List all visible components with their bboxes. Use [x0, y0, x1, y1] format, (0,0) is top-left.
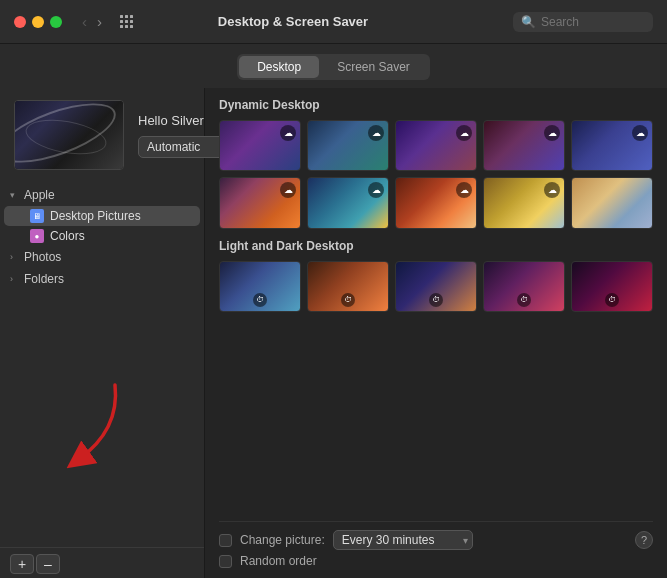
chevron-right-icon: › [10, 252, 20, 262]
cloud-icon-8: ☁ [456, 182, 472, 198]
main-area: Hello Silver Automatic Every day Every 3… [0, 88, 667, 578]
tabs-row: Desktop Screen Saver [0, 44, 667, 88]
sidebar-item-desktop-pictures[interactable]: 🖥 Desktop Pictures [4, 206, 200, 226]
tab-group: Desktop Screen Saver [237, 54, 430, 80]
cloud-icon-5: ☁ [632, 125, 648, 141]
wallpaper-ld-thumb-4[interactable]: ⏱ [483, 261, 565, 312]
change-picture-row: Change picture: Every 30 minutes Every d… [219, 530, 653, 550]
sidebar-section-folders-label: Folders [24, 272, 64, 286]
change-picture-select[interactable]: Every 30 minutes Every day Every week Wh… [333, 530, 473, 550]
search-box[interactable]: 🔍 [513, 12, 653, 32]
sidebar-bottom: + – [0, 547, 204, 578]
change-picture-label: Change picture: [240, 533, 325, 547]
sidebar-item-colors-label: Colors [50, 229, 85, 243]
wallpaper-thumb-10[interactable] [571, 177, 653, 228]
close-button[interactable] [14, 16, 26, 28]
content-area: Dynamic Desktop ☁ ☁ ☁ ☁ ☁ ☁ [205, 88, 667, 578]
change-picture-checkbox[interactable] [219, 534, 232, 547]
remove-button[interactable]: – [36, 554, 60, 574]
tab-desktop[interactable]: Desktop [239, 56, 319, 78]
traffic-lights [14, 16, 62, 28]
wallpaper-thumb-4[interactable]: ☁ [483, 120, 565, 171]
sidebar-item-desktop-pictures-label: Desktop Pictures [50, 209, 141, 223]
cloud-icon-7: ☁ [368, 182, 384, 198]
search-input[interactable] [541, 15, 645, 29]
random-order-label: Random order [240, 554, 317, 568]
change-picture-select-wrapper: Every 30 minutes Every day Every week Wh… [333, 530, 473, 550]
sidebar-section-folders[interactable]: › Folders [0, 268, 204, 290]
wallpaper-ld-thumb-2[interactable]: ⏱ [307, 261, 389, 312]
wallpaper-ld-thumb-5[interactable]: ⏱ [571, 261, 653, 312]
sidebar-item-colors[interactable]: ● Colors [4, 226, 200, 246]
sidebar-section-photos[interactable]: › Photos [0, 246, 204, 268]
title-bar: ‹ › Desktop & Screen Saver 🔍 [0, 0, 667, 44]
random-order-checkbox[interactable] [219, 555, 232, 568]
maximize-button[interactable] [50, 16, 62, 28]
cloud-icon-6: ☁ [280, 182, 296, 198]
clock-icon-2: ⏱ [341, 293, 355, 307]
light-dark-title: Light and Dark Desktop [219, 239, 653, 253]
cloud-icon-3: ☁ [456, 125, 472, 141]
random-order-row: Random order [219, 554, 653, 568]
clock-icon-1: ⏱ [253, 293, 267, 307]
minimize-button[interactable] [32, 16, 44, 28]
chevron-down-icon: ▾ [10, 190, 20, 200]
wallpaper-thumb-7[interactable]: ☁ [307, 177, 389, 228]
clock-icon-4: ⏱ [517, 293, 531, 307]
wallpaper-ld-thumb-3[interactable]: ⏱ [395, 261, 477, 312]
sidebar-section-photos-label: Photos [24, 250, 61, 264]
wallpaper-thumb-2[interactable]: ☁ [307, 120, 389, 171]
tab-screensaver[interactable]: Screen Saver [319, 56, 428, 78]
sidebar: Hello Silver Automatic Every day Every 3… [0, 88, 205, 578]
sidebar-section-apple[interactable]: ▾ Apple [0, 184, 204, 206]
search-icon: 🔍 [521, 15, 536, 29]
clock-icon-3: ⏱ [429, 293, 443, 307]
wallpaper-thumb-8[interactable]: ☁ [395, 177, 477, 228]
content-footer: Change picture: Every 30 minutes Every d… [219, 521, 653, 578]
help-button[interactable]: ? [635, 531, 653, 549]
wallpaper-thumb-1[interactable]: ☁ [219, 120, 301, 171]
preview-area: Hello Silver Automatic Every day Every 3… [0, 88, 204, 180]
wallpaper-thumb-5[interactable]: ☁ [571, 120, 653, 171]
preview-thumbnail [14, 100, 124, 170]
cloud-icon-1: ☁ [280, 125, 296, 141]
light-dark-grid: ⏱ ⏱ ⏱ ⏱ ⏱ [219, 261, 653, 312]
clock-icon-5: ⏱ [605, 293, 619, 307]
wallpaper-thumb-6[interactable]: ☁ [219, 177, 301, 228]
cloud-icon-4: ☁ [544, 125, 560, 141]
cloud-icon-9: ☁ [544, 182, 560, 198]
source-list: ▾ Apple 🖥 Desktop Pictures ● Colors [0, 180, 204, 547]
desktop-pictures-icon: 🖥 [30, 209, 44, 223]
preview-thumbnail-image [15, 101, 123, 169]
dynamic-desktop-title: Dynamic Desktop [219, 98, 653, 112]
add-button[interactable]: + [10, 554, 34, 574]
colors-icon: ● [30, 229, 44, 243]
cloud-icon-2: ☁ [368, 125, 384, 141]
wallpaper-thumb-9[interactable]: ☁ [483, 177, 565, 228]
wallpaper-thumb-3[interactable]: ☁ [395, 120, 477, 171]
window-title: Desktop & Screen Saver [81, 14, 505, 29]
sidebar-section-apple-label: Apple [24, 188, 55, 202]
wallpaper-ld-thumb-1[interactable]: ⏱ [219, 261, 301, 312]
chevron-right-icon-2: › [10, 274, 20, 284]
dynamic-desktop-grid: ☁ ☁ ☁ ☁ ☁ ☁ ☁ [219, 120, 653, 229]
